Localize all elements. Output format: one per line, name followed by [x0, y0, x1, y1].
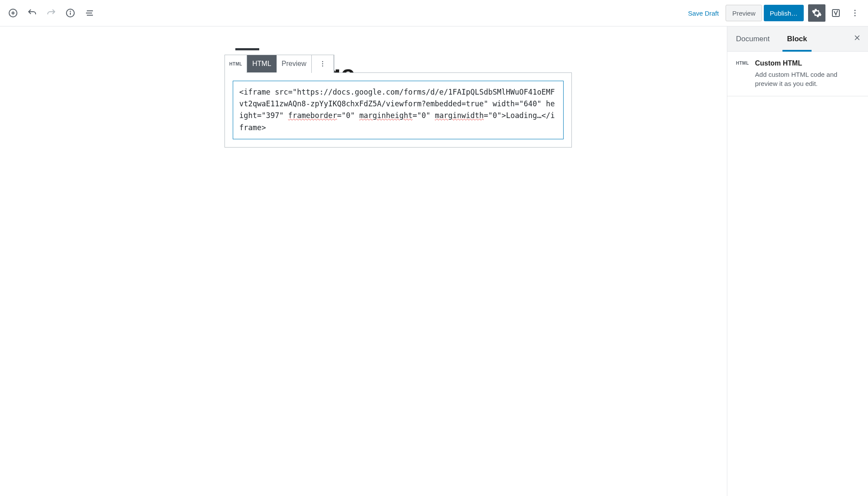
yoast-icon [831, 8, 841, 18]
svg-point-10 [855, 10, 856, 11]
editor-top-bar: Save Draft Preview Publish… [0, 0, 868, 26]
more-options-button[interactable] [846, 4, 864, 22]
settings-button[interactable] [808, 4, 825, 22]
gear-icon [812, 8, 822, 18]
title-accent [235, 48, 259, 50]
block-type-button[interactable]: HTML [225, 55, 247, 72]
block-title: Custom HTML [755, 59, 859, 67]
custom-html-block[interactable]: HTML HTML Preview <iframe src="https:// [224, 72, 572, 148]
kebab-icon [318, 59, 327, 68]
outline-icon [84, 8, 95, 18]
block-body: <iframe src="https://docs.google.com/for… [225, 73, 571, 147]
plus-circle-icon [8, 8, 18, 18]
settings-sidebar: Document Block HTML Custom HTML Add cust… [727, 26, 868, 496]
redo-button[interactable] [43, 4, 60, 22]
yoast-seo-button[interactable] [827, 4, 845, 22]
block-toolbar: HTML HTML Preview [224, 55, 334, 73]
tab-document[interactable]: Document [727, 26, 778, 51]
undo-icon [27, 8, 37, 18]
undo-button[interactable] [23, 4, 41, 22]
redo-icon [46, 8, 56, 18]
add-block-button[interactable] [4, 4, 22, 22]
svg-point-12 [855, 15, 856, 16]
svg-point-11 [855, 13, 856, 14]
svg-point-13 [322, 61, 323, 62]
editor-canvas[interactable]: New Page HTML HTML Preview [0, 26, 727, 496]
html-code-textarea[interactable]: <iframe src="https://docs.google.com/for… [233, 81, 564, 139]
close-sidebar-button[interactable] [846, 26, 868, 51]
block-description: Add custom HTML code and preview it as y… [755, 70, 859, 88]
html-tab[interactable]: HTML [247, 55, 277, 72]
publish-button[interactable]: Publish… [764, 5, 804, 21]
panel-text: Custom HTML Add custom HTML code and pre… [755, 59, 859, 88]
svg-point-5 [70, 11, 71, 12]
info-icon [65, 8, 76, 18]
kebab-icon [850, 8, 860, 18]
block-info-panel: HTML Custom HTML Add custom HTML code an… [727, 52, 868, 96]
svg-point-14 [322, 63, 323, 65]
editor-content: New Page HTML HTML Preview [155, 48, 572, 148]
tab-block[interactable]: Block [778, 26, 815, 51]
svg-point-15 [322, 66, 323, 67]
html-icon: HTML [736, 59, 749, 88]
sidebar-tabs: Document Block [727, 26, 868, 52]
block-navigation-button[interactable] [81, 4, 98, 22]
top-bar-right: Save Draft Preview Publish… [683, 4, 864, 22]
block-more-button[interactable] [312, 55, 333, 72]
save-draft-button[interactable]: Save Draft [683, 4, 724, 22]
close-icon [853, 33, 861, 42]
content-info-button[interactable] [62, 4, 79, 22]
main-area: New Page HTML HTML Preview [0, 26, 868, 496]
html-icon: HTML [229, 62, 242, 66]
preview-button[interactable]: Preview [726, 5, 762, 21]
preview-tab[interactable]: Preview [277, 55, 312, 72]
top-bar-left [4, 4, 98, 22]
